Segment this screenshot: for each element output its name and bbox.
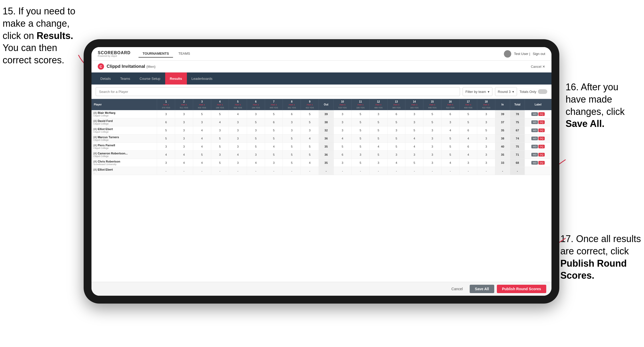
hole-9-score[interactable]: 5 <box>301 118 319 126</box>
hole-12-score[interactable]: 5 <box>369 151 387 159</box>
hole-5-score[interactable]: - <box>229 167 247 175</box>
hole-6-score[interactable]: 3 <box>247 110 265 118</box>
hole-15-score[interactable]: 5 <box>423 110 441 118</box>
round-dropdown[interactable]: Round 3 ▾ <box>495 87 517 96</box>
hole-7-score[interactable]: 3 <box>265 159 283 167</box>
hole-6-score[interactable]: 3 <box>247 151 265 159</box>
tab-results[interactable]: Results <box>165 72 187 85</box>
hole-15-score[interactable]: 3 <box>423 159 441 167</box>
hole-12-score[interactable]: 4 <box>369 143 387 151</box>
hole-7-score[interactable]: 5 <box>265 126 283 135</box>
toggle-switch[interactable] <box>538 89 547 94</box>
hole-2-score[interactable]: 3 <box>175 126 193 135</box>
hole-3-score[interactable]: 3 <box>193 118 211 126</box>
hole-3-score[interactable]: 4 <box>193 126 211 135</box>
hole-17-score[interactable]: 5 <box>459 118 477 126</box>
hole-7-score[interactable]: 5 <box>265 135 283 143</box>
hole-15-score[interactable]: 3 <box>423 151 441 159</box>
hole-18-score[interactable]: 3 <box>477 143 495 151</box>
hole-1-score[interactable]: 5 <box>157 135 175 143</box>
hole-14-score[interactable]: 5 <box>405 126 423 135</box>
signout-link[interactable]: Sign out <box>533 52 545 56</box>
hole-13-score[interactable]: 3 <box>387 126 405 135</box>
hole-11-score[interactable]: 5 <box>352 110 370 118</box>
hole-9-score[interactable]: 5 <box>301 143 319 151</box>
hole-16-score[interactable]: 3 <box>441 118 459 126</box>
hole-13-score[interactable]: 5 <box>387 143 405 151</box>
hole-16-score[interactable]: 5 <box>441 143 459 151</box>
hole-14-score[interactable]: 5 <box>405 159 423 167</box>
hole-4-score[interactable]: 5 <box>211 143 229 151</box>
hole-8-score[interactable]: 5 <box>283 143 301 151</box>
wd-button[interactable]: WD <box>531 153 538 156</box>
hole-12-score[interactable]: 5 <box>369 126 387 135</box>
hole-4-score[interactable]: - <box>211 167 229 175</box>
dq-button[interactable]: DQ <box>538 112 545 116</box>
hole-18-score[interactable]: 3 <box>477 151 495 159</box>
hole-13-score[interactable]: 6 <box>387 110 405 118</box>
hole-10-score[interactable]: 3 <box>334 159 352 167</box>
hole-14-score[interactable]: 3 <box>405 118 423 126</box>
hole-12-score[interactable]: 3 <box>369 159 387 167</box>
hole-10-score[interactable]: 3 <box>334 110 352 118</box>
tab-details[interactable]: Details <box>96 72 116 85</box>
hole-3-score[interactable]: 4 <box>193 143 211 151</box>
hole-2-score[interactable]: 3 <box>175 118 193 126</box>
tab-teams[interactable]: Teams <box>116 72 135 85</box>
wd-button[interactable]: WD <box>531 120 538 124</box>
cancel-tournament-btn[interactable]: Cancel ✕ <box>531 65 545 69</box>
hole-6-score[interactable]: 4 <box>247 159 265 167</box>
publish-button[interactable]: Publish Round Scores <box>497 285 546 293</box>
hole-7-score[interactable]: 5 <box>265 151 283 159</box>
hole-16-score[interactable]: 6 <box>441 110 459 118</box>
hole-4-score[interactable]: 5 <box>211 159 229 167</box>
hole-11-score[interactable]: 5 <box>352 143 370 151</box>
nav-teams[interactable]: TEAMS <box>174 50 194 58</box>
hole-5-score[interactable]: 3 <box>229 126 247 135</box>
hole-15-score[interactable]: 3 <box>423 135 441 143</box>
hole-18-score[interactable]: - <box>477 167 495 175</box>
hole-17-score[interactable]: 6 <box>459 143 477 151</box>
wd-button[interactable]: WD <box>531 112 538 116</box>
hole-16-score[interactable]: 5 <box>441 151 459 159</box>
hole-14-score[interactable]: 3 <box>405 151 423 159</box>
hole-3-score[interactable]: 4 <box>193 159 211 167</box>
hole-17-score[interactable]: 4 <box>459 135 477 143</box>
hole-11-score[interactable]: 5 <box>352 159 370 167</box>
hole-2-score[interactable]: 4 <box>175 159 193 167</box>
hole-3-score[interactable]: 5 <box>193 110 211 118</box>
nav-tournaments[interactable]: TOURNAMENTS <box>139 50 173 58</box>
hole-11-score[interactable]: 5 <box>352 118 370 126</box>
hole-9-score[interactable]: 4 <box>301 159 319 167</box>
hole-1-score[interactable]: 6 <box>157 118 175 126</box>
hole-14-score[interactable]: 3 <box>405 110 423 118</box>
dq-button[interactable]: DQ <box>538 145 545 148</box>
hole-10-score[interactable]: 5 <box>334 143 352 151</box>
dq-button[interactable]: DQ <box>538 161 545 165</box>
hole-17-score[interactable]: - <box>459 167 477 175</box>
hole-2-score[interactable]: 3 <box>175 110 193 118</box>
hole-17-score[interactable]: 4 <box>459 151 477 159</box>
hole-1-score[interactable]: 3 <box>157 110 175 118</box>
hole-5-score[interactable]: 4 <box>229 110 247 118</box>
hole-18-score[interactable]: 3 <box>477 159 495 167</box>
hole-10-score[interactable]: 3 <box>334 126 352 135</box>
hole-5-score[interactable]: 4 <box>229 151 247 159</box>
hole-4-score[interactable]: 5 <box>211 110 229 118</box>
hole-1-score[interactable]: - <box>157 167 175 175</box>
hole-8-score[interactable]: 6 <box>283 110 301 118</box>
hole-14-score[interactable]: 4 <box>405 143 423 151</box>
hole-7-score[interactable]: 4 <box>265 143 283 151</box>
hole-3-score[interactable]: 5 <box>193 151 211 159</box>
hole-11-score[interactable]: - <box>352 167 370 175</box>
hole-15-score[interactable]: 3 <box>423 126 441 135</box>
hole-16-score[interactable]: - <box>441 167 459 175</box>
hole-4-score[interactable]: 3 <box>211 126 229 135</box>
filter-by-team-dropdown[interactable]: Filter by team ▾ <box>463 87 492 96</box>
hole-9-score[interactable]: 5 <box>301 110 319 118</box>
hole-2-score[interactable]: 3 <box>175 135 193 143</box>
hole-13-score[interactable]: 5 <box>387 118 405 126</box>
tab-course-setup[interactable]: Course Setup <box>135 72 165 85</box>
hole-8-score[interactable]: 3 <box>283 126 301 135</box>
hole-8-score[interactable]: 5 <box>283 135 301 143</box>
